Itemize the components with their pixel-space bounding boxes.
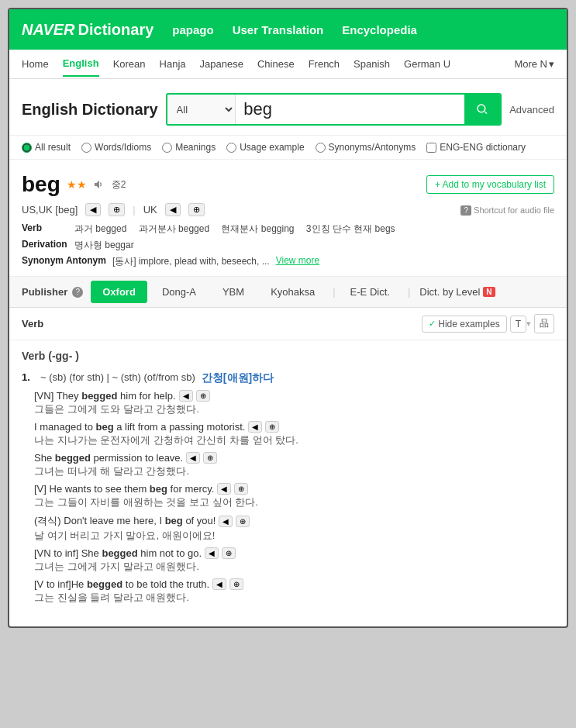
filter-eng-eng-label: ENG-ENG dictionary: [440, 142, 526, 153]
dict-level-badge: N: [483, 287, 495, 297]
lang-nav-french[interactable]: French: [309, 52, 340, 76]
audio-btn-uk-2[interactable]: ⊕: [188, 203, 205, 216]
lang-nav-japanese[interactable]: Japanese: [200, 52, 243, 76]
lang-nav: Home English Korean Hanja Japanese Chine…: [9, 50, 567, 79]
grammar-derivation-label: Derivation: [22, 239, 68, 250]
advanced-link[interactable]: Advanced: [509, 104, 554, 116]
lang-nav-english[interactable]: English: [63, 51, 99, 77]
grammar-derivation-value: 명사형 beggar: [74, 239, 134, 252]
lang-nav-hanja[interactable]: Hanja: [160, 52, 186, 76]
nav-encyclopedia[interactable]: Encyclopedia: [342, 23, 417, 36]
top-nav: NAVER Dictionary papago User Translation…: [9, 9, 567, 50]
hide-examples-label: Hide examples: [438, 319, 499, 329]
def-pattern: ~ (sb) (for sth) | ~ (sth) (of/from sb): [40, 371, 195, 383]
filter-words-idioms[interactable]: Words/Idioms: [81, 142, 151, 153]
dict-level[interactable]: Dict. by Level N: [419, 286, 495, 298]
audio-btn-ex6[interactable]: ◀: [205, 547, 219, 559]
search-button[interactable]: [464, 95, 500, 124]
audio-btn-us-uk[interactable]: ◀: [85, 203, 101, 216]
word-entry: beg ★★ 중2 + Add to my vocabulary list US…: [9, 160, 567, 277]
filter-usage-example[interactable]: Usage example: [226, 142, 304, 153]
pub-tab-e-e-dict[interactable]: E-E Dict.: [339, 281, 402, 303]
audio-btn-ex4[interactable]: ◀: [217, 483, 231, 495]
word-header: beg ★★ 중2 + Add to my vocabulary list: [22, 172, 554, 197]
shortcut-link[interactable]: ? Shortcut for audio file: [460, 205, 554, 215]
definitions-section: Verb (-gg- ) 1. ~ (sb) (for sth) | ~ (st…: [9, 340, 567, 626]
audio-btn-ex5[interactable]: ◀: [219, 516, 233, 527]
synonym-value: [동사] implore, plead with, beseech, ...: [112, 255, 270, 268]
word-title-row: beg ★★ 중2: [22, 172, 126, 197]
search-title: English Dictionary: [22, 101, 158, 119]
example-item-3: She begged permission to leave. ◀ ⊕ 그녀는 …: [22, 452, 554, 478]
word-stars: ★★: [67, 178, 87, 191]
nav-user-translation[interactable]: User Translation: [233, 23, 324, 36]
audio-btn-ex7[interactable]: ◀: [212, 578, 226, 590]
lang-nav-more[interactable]: More N ▾: [514, 58, 554, 70]
filter-usage-example-label: Usage example: [240, 142, 304, 153]
filter-row: All result Words/Idioms Meanings Usage e…: [9, 136, 567, 160]
nav-papago[interactable]: papago: [172, 23, 213, 36]
audio-btn-ex3[interactable]: ◀: [186, 452, 200, 464]
publisher-help-icon[interactable]: ?: [72, 287, 83, 298]
audio-btn-ex1[interactable]: ◀: [179, 390, 193, 402]
search-controls: All Words Meanings Examples: [166, 93, 502, 126]
audio-btn-ex6-2[interactable]: ⊕: [222, 547, 236, 559]
search-input[interactable]: [236, 95, 464, 124]
def-entry-1: 1. ~ (sb) (for sth) | ~ (sth) (of/from s…: [22, 371, 554, 605]
filter-synonyms-antonyms[interactable]: Synonyms/Antonyms: [316, 142, 416, 153]
hide-examples-button[interactable]: ✓ Hide examples: [422, 316, 506, 333]
example-item-1: [VN] They begged him for help. ◀ ⊕ 그들은 그…: [22, 390, 554, 416]
filter-all-result-label: All result: [35, 142, 71, 153]
audio-btn-ex1-2[interactable]: ⊕: [196, 390, 210, 402]
example-en-3: She begged permission to leave. ◀ ⊕: [34, 452, 554, 464]
pub-tab-kyohaksa[interactable]: Kyohaksa: [259, 281, 326, 303]
view-more-link[interactable]: View more: [276, 255, 319, 266]
search-section: English Dictionary All Words Meanings Ex…: [9, 79, 567, 136]
def-number-row: 1. ~ (sb) (for sth) | ~ (sth) (of/from s…: [22, 371, 554, 385]
example-en-2: I managed to beg a lift from a passing m…: [34, 421, 554, 433]
example-item-5: (격식) Don't leave me here, I beg of you! …: [22, 514, 554, 543]
pub-tab-oxford[interactable]: Oxford: [91, 281, 147, 303]
pipe-separator: |: [333, 286, 335, 298]
audio-btn-ex2-2[interactable]: ⊕: [265, 421, 279, 433]
lang-nav-home[interactable]: Home: [22, 52, 49, 76]
chevron-down-icon: ▾: [549, 58, 554, 70]
audio-btn-ex3-2[interactable]: ⊕: [203, 452, 217, 464]
filter-meanings-label: Meanings: [175, 142, 216, 153]
filter-words-idioms-label: Words/Idioms: [95, 142, 151, 153]
def-number: 1.: [22, 371, 34, 383]
pub-tab-ybm[interactable]: YBM: [211, 281, 256, 303]
word-level: 중2: [112, 178, 126, 191]
shortcut-q-icon: ?: [460, 205, 471, 216]
filter-meanings[interactable]: Meanings: [162, 142, 216, 153]
font-size-button[interactable]: T: [510, 316, 526, 333]
verb-controls: ✓ Hide examples T ▾ 品: [422, 314, 554, 333]
grammar-verb-info: 과거 begged 과거분사 begged 현재분사 begging 3인칭 단…: [74, 223, 395, 236]
filter-eng-eng[interactable]: ENG-ENG dictionary: [426, 142, 526, 153]
brand-naver: NAVER: [22, 21, 75, 39]
audio-btn-uk[interactable]: ◀: [165, 203, 181, 216]
lang-nav-chinese[interactable]: Chinese: [257, 52, 295, 76]
print-button[interactable]: 品: [534, 314, 554, 333]
example-ko-4: 그는 그들이 자비를 애원하는 것을 보고 싶어 한다.: [34, 495, 554, 509]
audio-btn-ex4-2[interactable]: ⊕: [234, 483, 248, 495]
synonym-label: Synonym Antonym: [22, 255, 106, 266]
filter-all-result[interactable]: All result: [22, 142, 71, 153]
audio-btn-ex2[interactable]: ◀: [248, 421, 262, 433]
example-en-6: [VN to inf] She begged him not to go. ◀ …: [34, 547, 554, 559]
lang-nav-spanish[interactable]: Spanish: [354, 52, 390, 76]
pronunciation-us-uk: US,UK [beg]: [22, 204, 78, 216]
add-vocab-button[interactable]: + Add to my vocabulary list: [426, 175, 554, 194]
lang-nav-korean[interactable]: Korean: [113, 52, 146, 76]
search-icon: [475, 102, 489, 116]
audio-btn-ex7-2[interactable]: ⊕: [229, 578, 243, 590]
pronunciation-divider: |: [133, 204, 135, 216]
lang-nav-german[interactable]: German U: [404, 52, 450, 76]
search-category-select[interactable]: All Words Meanings Examples: [167, 95, 236, 124]
verb-header-row: Verb ✓ Hide examples T ▾ 品: [9, 308, 567, 340]
example-ko-5: 날 여기 버리고 가지 말아요, 애원이에요!: [34, 529, 554, 543]
audio-btn-us-uk-2[interactable]: ⊕: [109, 203, 125, 216]
audio-btn-ex5-2[interactable]: ⊕: [236, 516, 250, 527]
pub-tab-dong-a[interactable]: Dong-A: [150, 281, 208, 303]
example-en-7: [V to inf]He begged to be told the truth…: [34, 578, 554, 590]
